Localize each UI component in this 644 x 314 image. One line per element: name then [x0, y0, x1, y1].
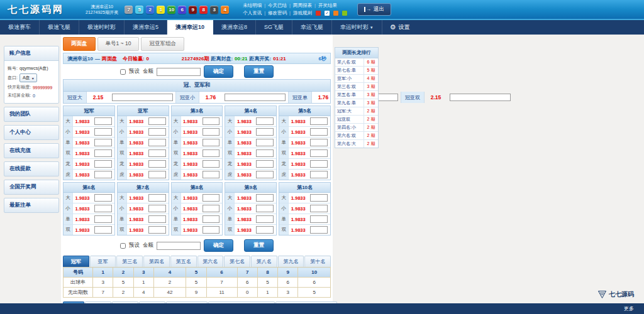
bet-amount-input[interactable]	[256, 139, 274, 146]
bet-amount-input[interactable]	[310, 226, 328, 234]
bet-amount-input[interactable]	[256, 160, 274, 168]
nav-item[interactable]: SG飞艇	[256, 20, 292, 35]
settings-button[interactable]: ⚙ 设置	[382, 20, 418, 35]
bet-amount-input[interactable]	[203, 128, 220, 136]
bet-amount-input[interactable]	[256, 149, 274, 157]
bet-amount-input[interactable]	[148, 117, 166, 125]
bet-amount-input[interactable]	[148, 226, 166, 234]
nav-item[interactable]: 澳洲幸运10	[167, 20, 213, 35]
footer-more-link[interactable]: 更多	[624, 305, 634, 312]
bet-amount-input[interactable]	[148, 171, 166, 178]
bet-amount-input[interactable]	[310, 117, 328, 125]
sidebar-item[interactable]: 最新注单	[4, 198, 59, 213]
preset-amount-input[interactable]	[157, 68, 201, 76]
reset-button[interactable]: 重置	[244, 239, 274, 252]
bet-amount-input[interactable]	[94, 205, 112, 212]
bet-amount-input[interactable]	[148, 194, 166, 202]
stats-tab[interactable]: 第九名	[278, 256, 304, 267]
bet-amount-input[interactable]	[225, 94, 286, 101]
bet-amount-input[interactable]	[94, 128, 112, 136]
confirm-button[interactable]: 确定	[204, 239, 233, 252]
header-link[interactable]: 今天已结	[268, 2, 287, 9]
reset-button[interactable]: 重置	[244, 65, 274, 78]
bet-amount-input[interactable]	[203, 194, 220, 202]
sidebar-item[interactable]: 在线充值	[4, 143, 59, 158]
bet-amount-input[interactable]	[148, 128, 166, 136]
confirm-button[interactable]: 确定	[204, 65, 233, 78]
stats-tab[interactable]: 第三名	[116, 256, 143, 267]
bet-amount-input[interactable]	[256, 171, 274, 178]
bet-amount-input[interactable]	[203, 160, 220, 168]
preset-amount-input[interactable]	[157, 242, 201, 250]
bet-amount-input[interactable]	[310, 215, 328, 223]
bet-amount-input[interactable]	[203, 139, 220, 146]
bet-amount-input[interactable]	[94, 194, 112, 202]
header-link[interactable]: 修改密码	[268, 9, 287, 17]
bet-amount-input[interactable]	[310, 139, 328, 146]
bet-amount-input[interactable]	[256, 205, 274, 212]
nav-item[interactable]: 幸运飞艇	[292, 20, 332, 35]
header-link[interactable]: 开奖结果	[318, 2, 337, 9]
bet-amount-input[interactable]	[203, 117, 220, 125]
bet-amount-input[interactable]	[148, 215, 166, 223]
preset-checkbox[interactable]	[120, 69, 126, 75]
bet-amount-input[interactable]	[94, 117, 112, 125]
subtab[interactable]: 单号1 ~ 10	[97, 37, 140, 51]
bet-amount-input[interactable]	[203, 149, 220, 157]
bet-amount-input[interactable]	[310, 205, 328, 212]
nav-item[interactable]: 幸运时时彩 ▼	[332, 20, 382, 35]
bet-amount-input[interactable]	[148, 205, 166, 212]
header-link[interactable]: 个人资讯	[243, 9, 262, 17]
bet-amount-input[interactable]	[310, 194, 328, 202]
bet-amount-input[interactable]	[94, 139, 112, 146]
preset-checkbox[interactable]	[120, 243, 126, 249]
stats-tab[interactable]: 冠军	[63, 256, 89, 267]
bet-amount-input[interactable]	[148, 149, 166, 157]
bet-amount-input[interactable]	[256, 215, 274, 223]
stats-tab[interactable]: 第七名	[224, 256, 250, 267]
nav-item[interactable]: 极速赛车	[0, 20, 40, 35]
header-link[interactable]: 两周报表	[293, 2, 312, 9]
subtab[interactable]: 两面盘	[63, 37, 96, 51]
bet-amount-input[interactable]	[203, 205, 220, 212]
sidebar-item[interactable]: 我的团队	[4, 107, 59, 122]
bet-amount-input[interactable]	[94, 171, 112, 178]
bet-amount-input[interactable]	[256, 194, 274, 202]
nav-item[interactable]: 澳洲幸运5	[125, 20, 167, 35]
bet-amount-input[interactable]	[310, 149, 328, 157]
stats-tab[interactable]: 第四名	[143, 256, 170, 267]
bet-amount-input[interactable]	[256, 128, 274, 136]
stats-tab[interactable]: 第六名	[197, 256, 224, 267]
header-link[interactable]: 游戏规则	[293, 9, 312, 17]
bet-amount-input[interactable]	[450, 94, 511, 101]
sidebar-item[interactable]: 全国开奖网	[4, 180, 59, 195]
bet-amount-input[interactable]	[203, 226, 220, 234]
stats-tab[interactable]: 亚军	[90, 256, 116, 267]
logout-button[interactable]: → 退出	[357, 3, 391, 16]
bet-amount-input[interactable]	[310, 160, 328, 168]
header-link[interactable]: 未结明细	[243, 2, 262, 9]
bet-amount-input[interactable]	[203, 171, 220, 178]
stats-tab[interactable]: 第十名	[304, 256, 331, 267]
bet-amount-input[interactable]	[256, 117, 274, 125]
sidebar-item[interactable]: 在线提款	[4, 161, 59, 176]
stats-tab[interactable]: 第五名	[170, 256, 197, 267]
bet-amount-input[interactable]	[94, 215, 112, 223]
bet-amount-input[interactable]	[112, 94, 173, 101]
bet-amount-input[interactable]	[310, 171, 328, 178]
bet-amount-input[interactable]	[256, 226, 274, 234]
nav-item[interactable]: 极速时时彩	[79, 20, 125, 35]
bet-amount-input[interactable]	[310, 128, 328, 136]
sidebar-item[interactable]: 个人中心	[4, 125, 59, 140]
bet-amount-input[interactable]	[94, 149, 112, 157]
plate-select[interactable]: A盘▾	[19, 73, 37, 82]
bet-amount-input[interactable]	[148, 160, 166, 168]
subtab[interactable]: 冠亚军组合	[141, 37, 184, 51]
bet-amount-input[interactable]	[148, 139, 166, 146]
stats-tab[interactable]: 第八名	[251, 256, 277, 267]
nav-item[interactable]: 极速飞艇	[40, 20, 79, 35]
nav-item[interactable]: 澳洲幸运8	[213, 20, 256, 35]
bet-amount-input[interactable]	[94, 160, 112, 168]
bet-amount-input[interactable]	[203, 215, 220, 223]
bet-amount-input[interactable]	[94, 226, 112, 234]
